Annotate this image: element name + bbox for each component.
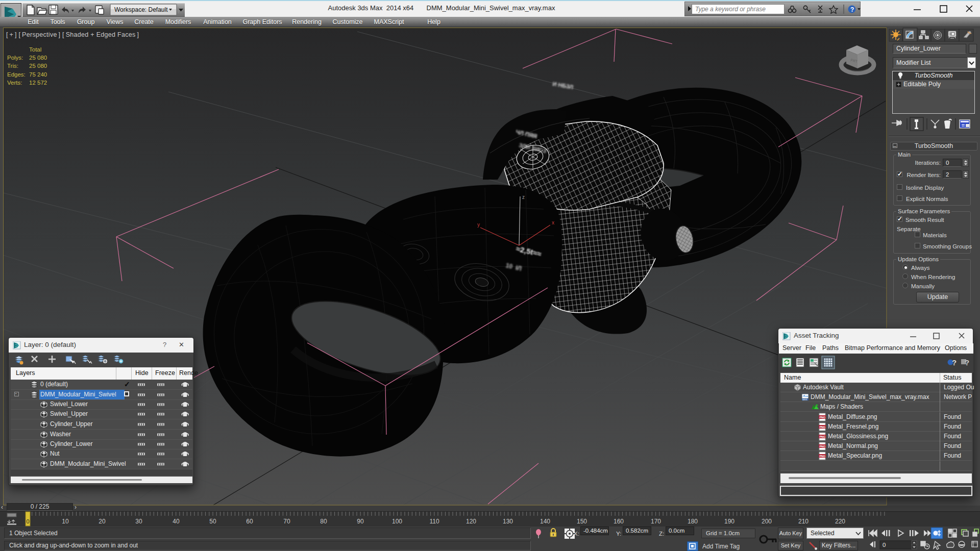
- svg-text:0: 0: [883, 542, 886, 548]
- svg-text:PNG: PNG: [819, 445, 825, 448]
- svg-text:?: ?: [850, 6, 854, 13]
- svg-text:210: 210: [798, 518, 808, 525]
- svg-text:200: 200: [762, 518, 772, 525]
- svg-text:?: ?: [952, 358, 957, 367]
- svg-text:z: z: [522, 194, 525, 200]
- svg-text:140: 140: [540, 518, 550, 525]
- svg-text:190: 190: [724, 518, 734, 525]
- svg-text:30: 30: [135, 518, 142, 525]
- svg-text:170: 170: [651, 518, 661, 525]
- svg-text:100: 100: [392, 518, 402, 525]
- svg-text:160: 160: [614, 518, 624, 525]
- svg-text:80: 80: [320, 518, 327, 525]
- svg-text:PNG: PNG: [819, 435, 825, 438]
- svg-text:PNG: PNG: [819, 455, 825, 458]
- svg-text:20: 20: [99, 518, 106, 525]
- svg-text:110: 110: [429, 518, 439, 525]
- svg-text:150: 150: [577, 518, 587, 525]
- svg-text:Workspace: Default: Workspace: Default: [114, 6, 168, 13]
- svg-text:90: 90: [357, 518, 364, 525]
- svg-text:0: 0: [26, 518, 29, 524]
- svg-text:40: 40: [173, 518, 180, 525]
- svg-text:x: x: [552, 220, 554, 226]
- svg-text:120: 120: [466, 518, 476, 525]
- svg-text:50: 50: [209, 518, 216, 525]
- svg-text:MAX: MAX: [802, 398, 807, 401]
- svg-text:60: 60: [246, 518, 253, 525]
- svg-text:PNG: PNG: [819, 416, 825, 419]
- svg-text:130: 130: [503, 518, 513, 525]
- svg-text:?: ?: [965, 358, 969, 367]
- svg-text:10: 10: [62, 518, 69, 525]
- svg-text:180: 180: [688, 518, 698, 525]
- svg-text:y: y: [477, 222, 480, 228]
- svg-text:70: 70: [283, 518, 290, 525]
- svg-text:220: 220: [835, 518, 845, 525]
- svg-text:PNG: PNG: [819, 425, 825, 429]
